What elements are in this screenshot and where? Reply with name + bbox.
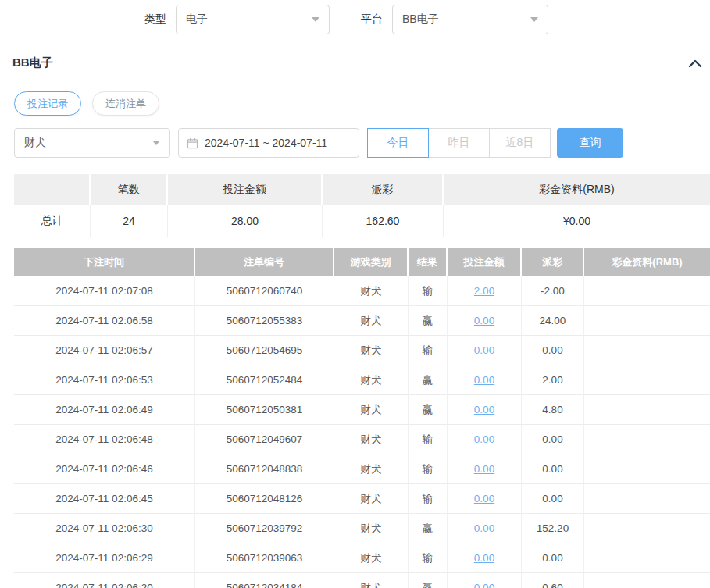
payout-cell: 152.20: [522, 514, 584, 543]
col-order-number: 注单编号: [195, 248, 334, 276]
type-select[interactable]: 电子: [176, 5, 330, 34]
summary-header-row: 笔数 投注金额 派彩 彩金资料(RMB): [14, 174, 710, 205]
order-number-cell: 5060712054695: [195, 336, 334, 365]
result-cell: 赢: [409, 514, 448, 543]
last8days-button-label: 近8日: [506, 136, 534, 150]
result-cell: 输: [409, 454, 448, 484]
bet-amount-link[interactable]: 0.00: [474, 315, 494, 326]
bet-amount-link[interactable]: 2.00: [474, 285, 494, 297]
bet-amount-link[interactable]: 0.00: [474, 493, 494, 504]
result-cell: 输: [409, 543, 448, 573]
bonus-cell: [584, 484, 710, 514]
col-bonus: 彩金资料(RMB): [584, 248, 710, 276]
payout-cell: 4.80: [522, 395, 584, 425]
order-number-cell: 5060712048838: [195, 454, 334, 484]
game-category-cell: 财犬: [334, 454, 409, 484]
summary-col-count: 笔数: [91, 174, 168, 205]
bonus-cell: [584, 454, 710, 484]
yesterday-button[interactable]: 昨日: [428, 128, 490, 158]
tab-cancelled-orders[interactable]: 连消注单: [92, 91, 159, 116]
date-range-value: 2024-07-11 ~ 2024-07-11: [205, 137, 327, 149]
bet-time-cell: 2024-07-11 02:06:58: [14, 306, 195, 336]
bet-amount-link[interactable]: 0.00: [474, 374, 494, 386]
table-row: 2024-07-11 02:06:575060712054695财犬输0.000…: [14, 336, 710, 365]
result-cell: 输: [409, 484, 448, 514]
bet-amount-cell: 0.00: [448, 454, 522, 484]
result-cell: 赢: [409, 395, 448, 425]
game-category-cell: 财犬: [334, 365, 409, 395]
platform-label: 平台: [361, 12, 383, 27]
date-range-input[interactable]: 2024-07-11 ~ 2024-07-11: [178, 128, 359, 158]
payout-cell: 2.00: [522, 365, 584, 395]
table-row: 2024-07-11 02:06:305060712039792财犬赢0.001…: [14, 514, 710, 543]
order-number-cell: 5060712060740: [195, 276, 334, 306]
bet-amount-link[interactable]: 0.00: [474, 463, 494, 475]
order-number-cell: 5060712048126: [195, 484, 334, 514]
bet-amount-link[interactable]: 0.00: [474, 582, 494, 588]
collapse-button[interactable]: [687, 57, 704, 69]
bet-amount-cell: 0.00: [448, 543, 522, 573]
result-cell: 赢: [409, 365, 448, 395]
payout-cell: 0.00: [522, 336, 584, 365]
platform-select[interactable]: BB电子: [392, 5, 548, 34]
bonus-cell: [584, 543, 710, 573]
bet-amount-link[interactable]: 0.00: [474, 522, 494, 534]
bet-time-cell: 2024-07-11 02:06:48: [14, 425, 195, 454]
table-row: 2024-07-11 02:06:465060712048838财犬输0.000…: [14, 454, 710, 484]
tab-cancelled-orders-label: 连消注单: [105, 97, 146, 111]
summary-col-bonus: 彩金资料(RMB): [444, 174, 710, 205]
game-category-cell: 财犬: [334, 573, 409, 588]
bet-time-cell: 2024-07-11 02:06:46: [14, 454, 195, 484]
today-button[interactable]: 今日: [367, 128, 429, 158]
query-button[interactable]: 查询: [557, 128, 623, 158]
bet-time-cell: 2024-07-11 02:07:08: [14, 276, 195, 306]
last8days-button[interactable]: 近8日: [489, 128, 551, 158]
bet-amount-link[interactable]: 0.00: [474, 404, 494, 415]
section-header: BB电子: [12, 55, 704, 70]
table-row: 2024-07-11 02:06:585060712055383财犬赢0.002…: [14, 306, 710, 336]
result-cell: 赢: [409, 306, 448, 336]
bet-amount-cell: 0.00: [448, 336, 522, 365]
calendar-icon: [187, 137, 198, 149]
bet-amount-cell: 0.00: [448, 395, 522, 425]
summary-total-label: 总计: [14, 205, 91, 237]
bet-amount-cell: 0.00: [448, 514, 522, 543]
bonus-cell: [584, 306, 710, 336]
result-cell: 输: [409, 276, 448, 306]
table-row: 2024-07-11 02:07:085060712060740财犬输2.00-…: [14, 276, 710, 306]
bet-time-cell: 2024-07-11 02:06:29: [14, 543, 195, 573]
bet-amount-link[interactable]: 0.00: [474, 433, 494, 445]
bet-amount-cell: 0.00: [448, 425, 522, 454]
game-category-cell: 财犬: [334, 276, 409, 306]
summary-total-payout: 162.60: [323, 205, 444, 237]
summary-total-bet: 28.00: [168, 205, 323, 237]
order-number-cell: 5060712039063: [195, 543, 334, 573]
game-category-cell: 财犬: [334, 514, 409, 543]
bet-amount-link[interactable]: 0.00: [474, 344, 494, 356]
game-select[interactable]: 财犬: [14, 128, 170, 158]
bonus-cell: [584, 573, 710, 588]
records-header-row: 下注时间 注单编号 游戏类别 结果 投注金额 派彩 彩金资料(RMB): [14, 248, 710, 276]
bet-time-cell: 2024-07-11 02:06:30: [14, 514, 195, 543]
summary-col-empty: [14, 174, 91, 205]
bonus-cell: [584, 276, 710, 306]
payout-cell: -2.00: [522, 276, 584, 306]
bet-amount-cell: 0.00: [448, 306, 522, 336]
game-category-cell: 财犬: [334, 306, 409, 336]
bonus-cell: [584, 395, 710, 425]
quick-range-group: 今日 昨日 近8日: [367, 128, 551, 158]
chevron-up-icon: [688, 59, 702, 68]
table-row: 2024-07-11 02:06:485060712049607财犬输0.000…: [14, 425, 710, 454]
bonus-cell: [584, 336, 710, 365]
tab-bet-records[interactable]: 投注记录: [14, 91, 81, 116]
order-number-cell: 5060712034184: [195, 573, 334, 588]
order-number-cell: 5060712052484: [195, 365, 334, 395]
order-number-cell: 5060712049607: [195, 425, 334, 454]
yesterday-button-label: 昨日: [448, 136, 470, 150]
table-row: 2024-07-11 02:06:205060712034184财犬赢0.000…: [14, 573, 710, 588]
bet-amount-link[interactable]: 0.00: [474, 552, 494, 564]
game-category-cell: 财犬: [334, 543, 409, 573]
table-row: 2024-07-11 02:06:295060712039063财犬输0.000…: [14, 543, 710, 573]
payout-cell: 0.60: [522, 573, 584, 588]
payout-cell: 0.00: [522, 484, 584, 514]
